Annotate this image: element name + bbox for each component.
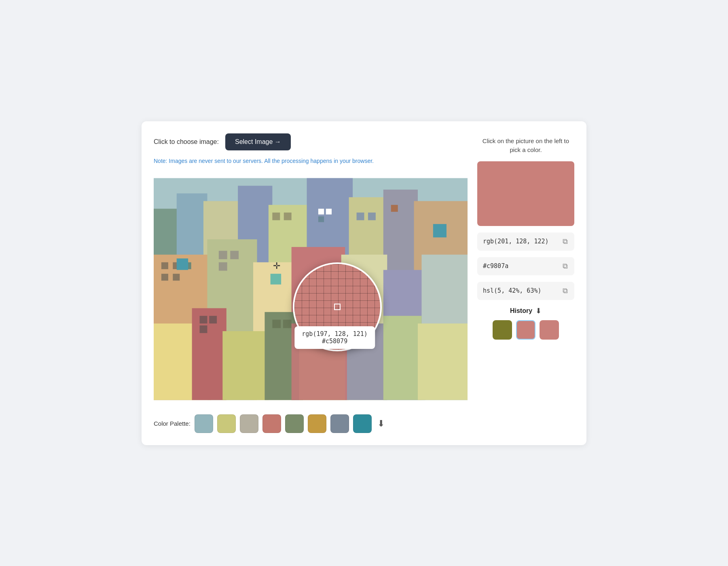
history-swatches xyxy=(493,320,559,340)
history-label: History xyxy=(510,307,532,315)
palette-row: Color Palette: ⬇ xyxy=(154,414,468,433)
palette-swatch-6[interactable] xyxy=(330,414,349,433)
palette-swatch-1[interactable] xyxy=(217,414,236,433)
svg-rect-41 xyxy=(177,258,188,270)
left-panel: Click to choose image: Select Image → No… xyxy=(154,133,468,433)
svg-rect-31 xyxy=(230,251,239,259)
svg-rect-22 xyxy=(345,323,387,400)
svg-rect-45 xyxy=(209,316,217,323)
svg-rect-46 xyxy=(200,325,207,333)
copy-rgb-button[interactable]: ⧉ xyxy=(562,237,569,247)
color-preview-swatch xyxy=(477,161,574,226)
rgb-value-row: rgb(201, 128, 122) ⧉ xyxy=(477,232,574,251)
svg-rect-40 xyxy=(368,212,376,220)
image-container[interactable]: ✛ rgb(197, 128, 121) #c58079 xyxy=(154,172,468,406)
svg-rect-19 xyxy=(222,331,269,400)
palette-swatch-2[interactable] xyxy=(240,414,258,433)
hex-value-text: #c9807a xyxy=(483,262,559,270)
palette-swatch-7[interactable] xyxy=(353,414,372,433)
svg-rect-35 xyxy=(318,216,324,222)
svg-rect-36 xyxy=(272,212,280,220)
history-header: History ⬇ xyxy=(510,306,542,315)
palette-swatch-0[interactable] xyxy=(195,414,213,433)
svg-rect-44 xyxy=(200,316,207,323)
rgb-value-text: rgb(201, 128, 122) xyxy=(483,238,559,245)
svg-rect-28 xyxy=(173,274,180,281)
palette-swatch-3[interactable] xyxy=(262,414,281,433)
city-svg xyxy=(154,172,468,406)
svg-rect-51 xyxy=(292,323,347,400)
palette-swatch-5[interactable] xyxy=(308,414,326,433)
choose-label: Click to choose image: xyxy=(154,138,219,146)
select-image-button[interactable]: Select Image → xyxy=(225,133,291,150)
history-section: History ⬇ xyxy=(477,306,574,340)
svg-rect-23 xyxy=(383,316,422,400)
svg-rect-32 xyxy=(219,262,227,270)
svg-rect-39 xyxy=(357,212,364,220)
download-palette-button[interactable]: ⬇ xyxy=(377,418,385,429)
hex-value-row: #c9807a ⧉ xyxy=(477,257,574,275)
svg-rect-42 xyxy=(433,224,447,237)
svg-rect-33 xyxy=(318,209,324,214)
history-swatch-1[interactable] xyxy=(516,320,535,340)
download-history-button[interactable]: ⬇ xyxy=(535,306,542,315)
copy-hsl-button[interactable]: ⧉ xyxy=(562,286,569,296)
palette-label: Color Palette: xyxy=(154,420,190,427)
city-image[interactable]: ✛ rgb(197, 128, 121) #c58079 xyxy=(154,172,468,406)
svg-rect-30 xyxy=(219,251,227,259)
hsl-value-text: hsl(5, 42%, 63%) xyxy=(483,287,559,294)
svg-rect-34 xyxy=(326,209,332,214)
header-row: Click to choose image: Select Image → xyxy=(154,133,468,150)
history-swatch-0[interactable] xyxy=(493,320,512,340)
svg-rect-18 xyxy=(192,308,226,400)
svg-rect-24 xyxy=(418,323,468,400)
history-swatch-2[interactable] xyxy=(540,320,559,340)
hsl-value-row: hsl(5, 42%, 63%) ⧉ xyxy=(477,282,574,300)
copy-hex-button[interactable]: ⧉ xyxy=(562,261,569,271)
svg-rect-38 xyxy=(391,205,398,211)
right-instruction: Click on the picture on the left to pick… xyxy=(477,137,574,155)
svg-rect-17 xyxy=(154,323,196,400)
right-panel: Click on the picture on the left to pick… xyxy=(477,133,574,433)
main-container: Click to choose image: Select Image → No… xyxy=(142,121,586,445)
palette-swatch-4[interactable] xyxy=(285,414,304,433)
svg-rect-47 xyxy=(272,319,281,328)
svg-rect-43 xyxy=(271,274,281,284)
privacy-note: Note: Images are never sent to our serve… xyxy=(154,157,468,165)
svg-rect-25 xyxy=(161,262,168,269)
svg-rect-27 xyxy=(161,274,168,281)
svg-rect-48 xyxy=(283,319,292,328)
svg-rect-37 xyxy=(284,212,292,220)
